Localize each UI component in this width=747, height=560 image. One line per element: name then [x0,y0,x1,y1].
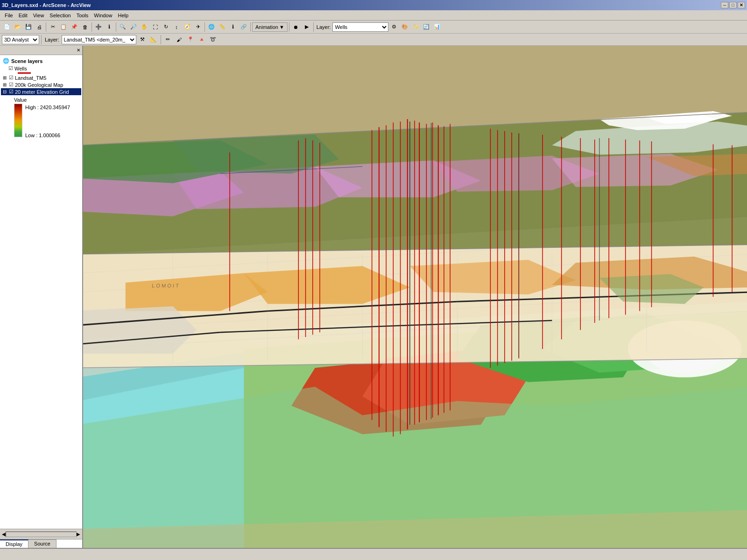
analyst-tool1[interactable]: ⚒ [137,35,148,45]
sep2 [92,22,92,32]
menu-bar: File Edit View Selection Tools Window He… [0,10,747,21]
layer-select[interactable]: Wells Landsat_TM5 200k Geological Map 20… [332,22,388,32]
menu-edit[interactable]: Edit [16,12,30,19]
measure-button[interactable]: 📏 [217,22,227,32]
toc-layer-elev[interactable]: ⊟ ☑ 20 meter Elevation Grid [1,88,81,95]
toc-title: 🌐 Scene layers [1,57,81,65]
rotate-button[interactable]: ↻ [161,22,171,32]
sep1 [46,22,46,32]
toc-area: 🌐 Scene layers ☑ Wells ⊞ ☑ Landsat_TM5 ⊞… [0,55,82,529]
scroll-track[interactable] [6,532,77,537]
layer-label: Layer: [317,24,331,30]
tab-bar: Display Source [0,539,82,548]
app-title: 3D_Layers.sxd - ArcScene - ArcView [2,2,91,8]
record-button[interactable]: ⏺ [291,22,301,32]
panel-scrollbar: ◀ ▶ [0,529,82,539]
window-controls: ─ □ ✕ [721,2,745,8]
title-bar: 3D_Layers.sxd - ArcScene - ArcView ─ □ ✕ [0,0,747,10]
globe-button[interactable]: 🌐 [206,22,217,32]
left-panel: ✕ 🌐 Scene layers ☑ Wells ⊞ ☑ Landsat_TM5 [0,46,83,548]
panel-close-button[interactable]: ✕ [77,48,80,53]
add-data-button[interactable]: ➕ [93,22,104,32]
analyst-draw4[interactable]: 🔺 [197,35,207,45]
high-label: High : 2420.345947 [25,104,70,112]
menu-help[interactable]: Help [115,12,131,19]
print-button[interactable]: 🖨 [34,22,44,32]
geo200k-label: 200k Geological Map [15,82,63,88]
landsat-checkbox[interactable]: ☑ [9,75,14,81]
analyst-draw5[interactable]: ➰ [208,35,218,45]
delete-button[interactable]: 🗑 [80,22,90,32]
paste-button[interactable]: 📌 [69,22,79,32]
zoom-out-button[interactable]: 🔎 [128,22,139,32]
svg-marker-28 [83,306,197,354]
landsat-label: Landsat_TM5 [15,75,46,81]
refresh-button[interactable]: 🔄 [421,22,431,32]
sep4 [204,22,205,32]
low-label: Low : 1.000066 [25,132,70,140]
play-button[interactable]: ▶ [302,22,312,32]
pan-button[interactable]: ✋ [139,22,149,32]
scene-viewport[interactable]: L O M O I T [83,46,747,548]
minimize-button[interactable]: ─ [721,2,728,8]
menu-window[interactable]: Window [91,12,115,19]
info-button[interactable]: ℹ [228,22,238,32]
identify-button[interactable]: ℹ [104,22,114,32]
analyst-layer-select[interactable]: Landsat_TM5 <dem_20m_ [62,35,136,44]
analyst-draw2[interactable]: 🖌 [174,35,184,45]
legend-title: Value [14,97,79,103]
menu-file[interactable]: File [2,12,16,19]
color-ramp [14,104,22,137]
legend-ramp-container: High : 2420.345947 Low : 1.000066 [14,104,79,140]
save-button[interactable]: 💾 [23,22,34,32]
fly-button[interactable]: ✈ [193,22,203,32]
menu-selection[interactable]: Selection [47,12,73,19]
tilt-button[interactable]: ↕ [171,22,182,32]
expand-elev-icon[interactable]: ⊟ [3,89,7,94]
restore-button[interactable]: □ [729,2,737,8]
animation-dropdown-icon: ▼ [279,24,284,30]
legend-area: Value High : 2420.345947 Low : 1.000066 [1,95,81,141]
copy-button[interactable]: 📋 [58,22,69,32]
analyst-select[interactable]: 3D Analyst [2,35,39,44]
tab-display[interactable]: Display [0,539,28,548]
analyst-draw3[interactable]: 📍 [185,35,196,45]
analyst-draw1[interactable]: ✏ [163,35,173,45]
layer-props-button[interactable]: ⚙ [389,22,399,32]
elev-checkbox[interactable]: ☑ [9,89,14,95]
hyperlink-button[interactable]: 🔗 [239,22,249,32]
new-button[interactable]: 📄 [2,22,12,32]
symbology-button[interactable]: 🎨 [400,22,410,32]
menu-view[interactable]: View [30,12,47,19]
expand-landsat-icon[interactable]: ⊞ [3,75,7,80]
effects-button[interactable]: ✨ [410,22,421,32]
table-button[interactable]: 📊 [432,22,442,32]
toc-layer-wells[interactable]: ☑ Wells [1,65,81,72]
toc-layer-landsat[interactable]: ⊞ ☑ Landsat_TM5 [1,74,81,81]
expand-geo-icon[interactable]: ⊞ [3,82,7,87]
full-extent-button[interactable]: ⛶ [150,22,160,32]
elev-label: 20 meter Elevation Grid [15,89,69,95]
analyst-layer-label: Layer: [45,37,59,42]
analyst-tool2[interactable]: 📐 [148,35,159,45]
menu-tools[interactable]: Tools [74,12,92,19]
sep5 [250,22,251,32]
cut-button[interactable]: ✂ [48,22,58,32]
wells-line-symbol [18,72,31,74]
scroll-right-button[interactable]: ▶ [77,532,80,537]
scene-svg: L O M O I T [83,46,747,548]
wells-checkbox[interactable]: ☑ [8,65,13,71]
open-button[interactable]: 📂 [13,22,23,32]
navigate-button[interactable]: 🧭 [182,22,192,32]
zoom-in-button[interactable]: 🔍 [118,22,128,32]
ramp-spacer [25,112,70,132]
tab-source[interactable]: Source [28,539,56,548]
scroll-left-button[interactable]: ◀ [2,532,6,537]
close-button[interactable]: ✕ [738,2,745,8]
sep9 [161,35,161,44]
toc-layer-geo200k[interactable]: ⊞ ☑ 200k Geological Map [1,81,81,88]
animation-button[interactable]: Animation ▼ [252,22,288,32]
toc-title-text: Scene layers [11,58,42,64]
geo200k-checkbox[interactable]: ☑ [9,82,14,88]
wells-symbol [1,72,81,74]
